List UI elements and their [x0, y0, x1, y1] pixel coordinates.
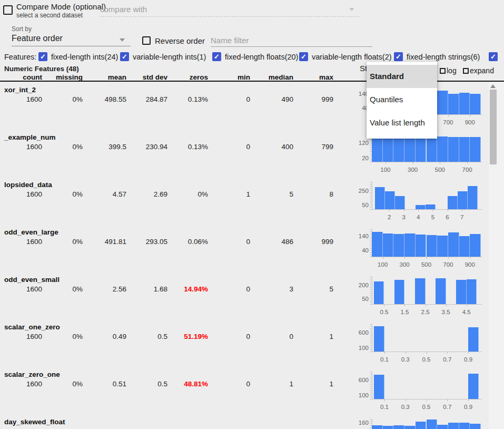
feature-cell-count: 1600: [4, 285, 42, 293]
compare-mode-subtitle: select a second dataset: [16, 12, 83, 19]
feature-row: scalar_zero_one16000%0.510.548.81%011600…: [0, 369, 504, 416]
feature-cell-max: 5: [295, 285, 333, 293]
dropdown-arrow-icon: [349, 8, 354, 11]
chart-x-tick: [404, 305, 405, 306]
histogram-bar: [468, 374, 479, 399]
chart-y-tick-label: 600: [351, 329, 369, 336]
feature-cell-std_dev: 1.68: [130, 285, 167, 293]
histogram-bar: [468, 186, 478, 209]
chart-x-tick: [406, 399, 406, 401]
chart-x-tick: [448, 115, 449, 116]
feature-type-checkbox[interactable]: ✓: [394, 52, 403, 61]
histogram-bar: [459, 137, 470, 162]
chart-x-tick: [462, 210, 462, 211]
feature-cell-zeros: 48.81%: [170, 380, 208, 388]
chart-y-tick-label: 20: [351, 155, 369, 161]
menu-item-standard[interactable]: Standard: [367, 65, 437, 88]
chart-x-tick-label: 500: [429, 167, 450, 173]
feature-type-label: fixed-length strings(6): [407, 53, 480, 61]
feature-type-checkbox[interactable]: ✓: [212, 52, 221, 61]
feature-name: scalar_zero_one: [4, 370, 60, 378]
chart-x-tick-label: 0.5: [373, 309, 394, 315]
sort-by-underline: [12, 46, 131, 46]
feature-type-checkbox[interactable]: ✓: [299, 52, 308, 61]
feature-cell-count: 1600: [4, 95, 42, 103]
chart-y-axis: [370, 372, 372, 399]
histogram-bar: [416, 205, 426, 209]
histogram-bar: [468, 327, 479, 352]
feature-type-label: variable-length floats(2): [312, 53, 392, 61]
feature-type-checkbox[interactable]: ✓: [120, 52, 129, 61]
chart-y-tick-label: 100: [351, 345, 369, 351]
chart-x-tick: [467, 162, 468, 164]
chart-x-tick-label: 2.5: [415, 309, 436, 315]
scroll-up-arrow-icon[interactable]: [490, 84, 496, 88]
name-filter-input[interactable]: Name filter: [211, 36, 249, 45]
chart-x-tick: [427, 399, 427, 401]
reverse-order-label: Reverse order: [155, 36, 205, 45]
histogram-bar: [470, 137, 481, 162]
histogram-bar: [427, 138, 438, 162]
feature-cell-max: 8: [295, 190, 333, 198]
feature-cell-missing: 0%: [45, 238, 83, 246]
section-title: Numeric Features (48): [4, 65, 79, 73]
column-header: count: [4, 73, 42, 81]
chart-x-tick-label: 0.1: [374, 404, 395, 410]
chart-x-tick-label: 0.3: [395, 356, 416, 363]
histogram-bar: [459, 93, 470, 114]
feature-row: odd_even_small16000%2.561.6814.94%035200…: [0, 274, 504, 321]
feature-cell-mean: 2.56: [88, 285, 126, 293]
chart-x-tick: [389, 210, 390, 211]
scrollbar-thumb[interactable]: [490, 90, 497, 164]
feature-cell-median: 1: [255, 380, 293, 388]
chart-x-tick-label: 300: [394, 261, 415, 268]
feature-cell-missing: 0%: [45, 190, 83, 198]
sort-by-select[interactable]: Feature order: [12, 34, 63, 43]
feature-cell-mean: 491.81: [88, 238, 126, 246]
chart-x-tick: [404, 257, 405, 259]
column-header: zeros: [170, 73, 208, 81]
feature-row: scalar_one_zero16000%0.490.551.19%001600…: [0, 321, 504, 369]
chart-x-tick: [383, 257, 383, 259]
feature-row: _example_num16000%399.5230.940.13%040079…: [0, 132, 504, 179]
feature-type-checkbox[interactable]: ✓: [489, 52, 498, 61]
chart-x-tick-label: 0.7: [437, 356, 458, 363]
feature-name: scalar_one_zero: [4, 323, 60, 331]
feature-cell-max: 799: [295, 143, 333, 151]
histogram-bar: [393, 425, 404, 429]
feature-cell-min: 0: [212, 333, 250, 340]
chart-y-tick-label: 100: [351, 392, 369, 398]
chart-x-tick-label: 900: [459, 261, 480, 268]
feature-cell-count: 1600: [4, 333, 42, 340]
histogram-bar: [383, 426, 394, 429]
feature-cell-std_dev: 0.5: [130, 333, 167, 340]
histogram-bar: [437, 91, 448, 114]
chart-x-tick-label: 7: [451, 214, 472, 220]
feature-type-label: variable-length ints(1): [133, 53, 206, 61]
expand-checkbox[interactable]: [463, 68, 469, 74]
facets-overview: Compare Mode (optional) select a second …: [0, 0, 504, 429]
column-header: max: [295, 73, 333, 81]
chart-x-tick: [440, 162, 440, 164]
histogram-bar: [456, 280, 467, 304]
compare-mode-checkbox[interactable]: [3, 5, 13, 15]
feature-cell-count: 1600: [4, 380, 42, 388]
chart-y-tick-label: 140: [351, 91, 369, 97]
chart-x-tick: [404, 210, 404, 211]
feature-type-checkbox[interactable]: ✓: [38, 52, 47, 61]
chart-x-axis: [370, 209, 482, 210]
menu-item-quantiles[interactable]: Quantiles: [367, 88, 437, 111]
reverse-order-checkbox[interactable]: [142, 36, 151, 45]
name-filter-underline: [211, 46, 372, 47]
feature-cell-missing: 0%: [45, 143, 83, 151]
chart-x-tick: [426, 305, 426, 306]
menu-item-value-list-length[interactable]: Value list length: [367, 111, 437, 134]
histogram-bar: [404, 426, 416, 429]
log-checkbox[interactable]: [440, 68, 446, 74]
feature-type-label: fixed-length floats(20): [225, 53, 298, 61]
column-header: median: [255, 73, 293, 81]
chart-x-tick-label: 0.7: [437, 404, 458, 410]
compare-with-select[interactable]: compare with: [100, 5, 147, 14]
chart-x-tick-label: 0.1: [374, 356, 395, 363]
histogram-bar: [448, 196, 458, 209]
